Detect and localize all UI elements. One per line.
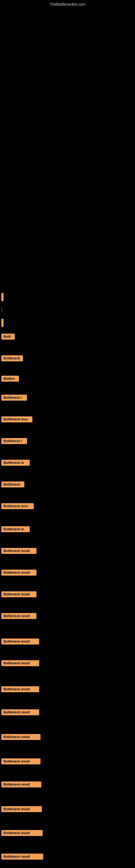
bottleneck-result-badge[interactable]: Bottleneck result <box>1 686 39 692</box>
bottleneck-result-badge[interactable]: Bottleneck re <box>1 526 30 532</box>
result-row-4: Bottl <box>1 334 15 340</box>
result-row-9: Bottleneck r <box>1 438 27 444</box>
result-row-3 <box>1 319 3 327</box>
bottleneck-result-badge[interactable]: Bottlen <box>1 376 19 382</box>
bottleneck-result-badge[interactable]: Bottleneck r <box>1 395 27 401</box>
result-row-19: Bottleneck result <box>1 660 39 666</box>
result-row-18: Bottleneck result <box>1 639 39 645</box>
result-row-27: Bottleneck result <box>1 854 43 860</box>
bottleneck-result-badge[interactable]: Bottleneck result <box>1 830 43 836</box>
indicator-icon <box>1 293 3 301</box>
result-row-24: Bottleneck result <box>1 781 41 787</box>
bottleneck-result-badge[interactable]: Bottleneck result <box>1 660 39 666</box>
bottleneck-result-badge[interactable]: Bottleneck result <box>1 781 41 787</box>
result-row-15: Bottleneck result <box>1 569 37 576</box>
result-row-25: Bottleneck result <box>1 806 42 812</box>
result-row-6: Bottlen <box>1 376 19 382</box>
bottleneck-result-badge[interactable]: Bottleneck result <box>1 734 41 740</box>
bottleneck-result-badge[interactable]: Bottl <box>1 334 15 340</box>
bottleneck-result-badge[interactable]: Bottleneck result <box>1 591 37 597</box>
result-row-20: Bottleneck result <box>1 686 39 692</box>
result-row-26: Bottleneck result <box>1 830 43 836</box>
bottleneck-result-badge[interactable]: Bottleneck r <box>1 438 27 444</box>
bottleneck-result-badge[interactable]: Bottleneck resu <box>1 416 32 422</box>
bottleneck-result-badge[interactable]: Bottleneck result <box>1 569 37 576</box>
bottleneck-result-badge[interactable]: Bottleneck result <box>1 639 39 645</box>
bottleneck-result-badge[interactable]: Bottleneck <box>1 482 24 488</box>
result-row-23: Bottleneck result <box>1 758 41 764</box>
bottleneck-result-badge[interactable]: Bottleneck result <box>1 854 43 860</box>
result-row-14: Bottleneck result <box>1 548 37 554</box>
bottleneck-result-badge[interactable]: Bottleneck result <box>1 548 37 554</box>
result-row-2: | <box>1 307 3 312</box>
result-row-8: Bottleneck resu <box>1 416 32 422</box>
result-row-10: Bottleneck re <box>1 460 30 466</box>
pipe-separator: | <box>1 307 3 312</box>
result-row-17: Bottleneck result <box>1 613 37 619</box>
bottleneck-result-badge[interactable]: Bottleneck resu <box>1 503 34 509</box>
result-row-13: Bottleneck re <box>1 526 30 532</box>
bottleneck-result-badge[interactable]: Bottleneck result <box>1 806 42 812</box>
result-row-7: Bottleneck r <box>1 395 27 401</box>
site-title: TheBottlenecker.com <box>50 2 85 6</box>
result-row-16: Bottleneck result <box>1 591 37 597</box>
indicator-icon <box>1 319 3 327</box>
result-row-1 <box>1 293 3 301</box>
result-row-11: Bottleneck <box>1 482 24 488</box>
bottleneck-result-badge[interactable]: Bottleneck result <box>1 758 41 764</box>
result-row-21: Bottleneck result <box>1 709 39 715</box>
result-row-12: Bottleneck resu <box>1 503 34 509</box>
bottleneck-result-badge[interactable]: Bottleneck result <box>1 613 37 619</box>
result-row-5: Bottleneck <box>1 355 23 361</box>
result-row-22: Bottleneck result <box>1 734 41 740</box>
bottleneck-result-badge[interactable]: Bottleneck <box>1 355 23 361</box>
bottleneck-result-badge[interactable]: Bottleneck result <box>1 709 39 715</box>
bottleneck-result-badge[interactable]: Bottleneck re <box>1 460 30 466</box>
